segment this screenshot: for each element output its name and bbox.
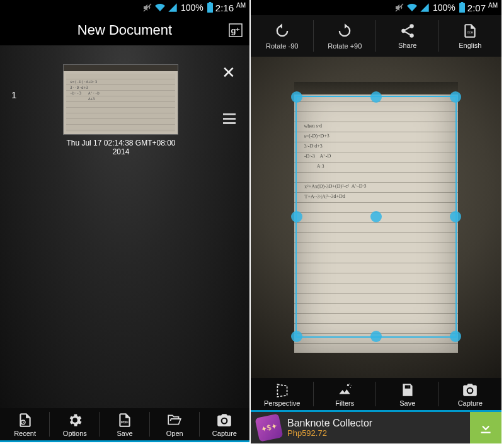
crop-handle-mr[interactable] [450, 211, 461, 222]
phone-screen-right: 100% 2:07 AM Rotate -90 Rotate +90 Share… [251, 0, 501, 445]
ad-banner[interactable]: ✦$✦ Banknote Collector Php592.72 [251, 412, 501, 443]
menu-icon[interactable] [223, 113, 236, 124]
rotate-minus-90-button[interactable]: Rotate -90 [251, 15, 314, 57]
crop-handle-tr[interactable] [450, 91, 461, 103]
floppy-icon [399, 382, 416, 398]
crop-handle-tl[interactable] [291, 91, 302, 103]
svg-text:g⁺: g⁺ [231, 26, 241, 35]
crop-handle-bl[interactable] [291, 331, 302, 342]
mute-icon [394, 3, 404, 13]
clock-time: 2:07 [467, 3, 486, 13]
status-bar: 100% 2:16 AM [0, 0, 249, 15]
open-label: Open [166, 430, 183, 437]
options-label: Options [63, 430, 87, 437]
wifi-icon [406, 3, 418, 13]
bottom-toolbar: Perspective Filters Save Capture [251, 378, 501, 412]
save-label: Save [117, 430, 132, 437]
recent-icon [17, 412, 33, 428]
clock-ampm: AM [236, 2, 246, 9]
crop-handle-ml[interactable] [291, 211, 302, 222]
clock-time: 2:16 [215, 3, 234, 13]
ocr-icon: OCR [462, 23, 478, 39]
folder-open-icon [166, 412, 183, 428]
language-label: English [459, 42, 481, 49]
crop-rectangle[interactable] [295, 96, 457, 338]
close-icon[interactable]: ✕ [222, 64, 236, 81]
svg-text:PDF: PDF [121, 420, 129, 424]
capture-button[interactable]: Capture [439, 378, 502, 410]
svg-rect-2 [209, 2, 211, 4]
document-thumbnail[interactable]: s=(-D)·d+D·33·-D·d+3-D·-3 A'·-D A+3 Thu … [63, 64, 183, 156]
share-button[interactable]: Share [376, 15, 439, 57]
battery-icon [459, 2, 466, 13]
filters-label: Filters [335, 399, 354, 407]
ad-download-button[interactable] [470, 412, 501, 443]
language-button[interactable]: OCR English [439, 15, 502, 57]
perspective-icon [274, 382, 290, 398]
crop-handle-br[interactable] [450, 331, 461, 342]
phone-screen-left: 100% 2:16 AM New Document g⁺ 1 s=(-D)·d+… [0, 0, 251, 445]
capture-label: Capture [458, 399, 483, 407]
ad-title: Banknote Collector [287, 418, 470, 429]
signal-icon [168, 3, 178, 13]
svg-rect-9 [461, 2, 463, 4]
battery-percent: 100% [433, 3, 455, 13]
camera-icon [216, 412, 232, 428]
save-button[interactable]: Save [376, 378, 439, 410]
svg-point-11 [401, 29, 406, 33]
svg-rect-8 [459, 3, 465, 13]
svg-text:OCR: OCR [467, 31, 473, 34]
top-toolbar: Rotate -90 Rotate +90 Share OCR English [251, 15, 501, 57]
svg-point-12 [410, 33, 414, 38]
camera-icon [461, 382, 479, 398]
thumbnail-caption: Thu Jul 17 02:14:38 GMT+08:00 2014 [58, 139, 184, 156]
crop-canvas[interactable]: when s·ds=(-D)+D+33·-D·d+3-D·-3 A'·-D A·… [251, 57, 501, 378]
rotate-plus-label: Rotate +90 [328, 42, 362, 50]
clock-ampm: AM [488, 2, 498, 9]
rotate-minus-label: Rotate -90 [266, 42, 298, 50]
open-button[interactable]: Open [150, 408, 200, 440]
page-number: 1 [11, 89, 16, 100]
svg-rect-16 [408, 385, 409, 387]
svg-rect-1 [207, 3, 213, 13]
battery-percent: 100% [181, 3, 203, 13]
ad-price: Php592.72 [287, 428, 470, 438]
capture-button[interactable]: Capture [200, 408, 249, 440]
rotate-ccw-icon [273, 22, 291, 40]
signal-icon [420, 3, 430, 13]
rotate-plus-90-button[interactable]: Rotate +90 [314, 15, 377, 57]
recent-button[interactable]: Recent [0, 408, 50, 440]
thumbnail-image[interactable]: s=(-D)·d+D·33·-D·d+3-D·-3 A'·-D A+3 [63, 64, 178, 135]
save-button[interactable]: PDF Save [100, 408, 149, 440]
recent-label: Recent [14, 430, 36, 437]
page-title: New Document [77, 22, 172, 38]
bottom-toolbar: Recent Options PDF Save Open Capture [0, 408, 249, 442]
status-bar: 100% 2:07 AM [251, 0, 501, 15]
mute-icon [142, 3, 152, 13]
document-list: 1 s=(-D)·d+D·33·-D·d+3-D·-3 A'·-D A+3 Th… [0, 45, 249, 411]
save-label: Save [399, 399, 415, 407]
perspective-button[interactable]: Perspective [251, 378, 314, 410]
rotate-cw-icon [336, 22, 353, 40]
ad-text: Banknote Collector Php592.72 [287, 418, 470, 438]
filters-button[interactable]: Filters [314, 378, 377, 410]
google-plus-icon[interactable]: g⁺ [228, 23, 243, 38]
perspective-label: Perspective [264, 399, 300, 407]
filters-icon [336, 382, 353, 398]
share-label: Share [398, 42, 416, 49]
battery-icon [207, 2, 214, 13]
gear-icon [67, 412, 83, 428]
pdf-icon: PDF [117, 412, 133, 428]
crop-handle-tc[interactable] [370, 91, 382, 103]
title-bar: New Document g⁺ [0, 15, 249, 45]
svg-point-15 [347, 384, 349, 386]
svg-point-10 [410, 24, 414, 28]
crop-handle-bc[interactable] [370, 331, 382, 342]
crop-handle-mc[interactable] [370, 211, 382, 222]
svg-rect-17 [481, 432, 490, 433]
share-icon [399, 23, 416, 39]
ad-app-icon: ✦$✦ [255, 413, 283, 442]
options-button[interactable]: Options [50, 408, 100, 440]
wifi-icon [154, 3, 166, 13]
capture-label: Capture [212, 430, 237, 437]
